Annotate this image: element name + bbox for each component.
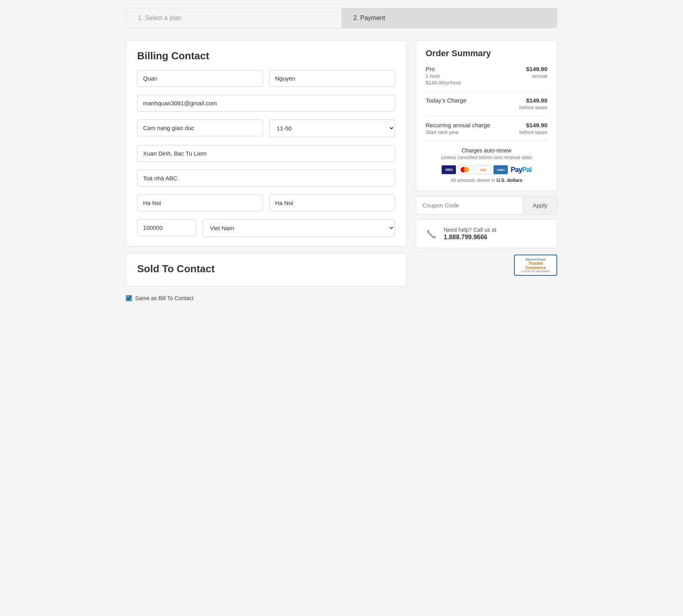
divider-1	[426, 91, 547, 92]
mc-circles	[461, 166, 472, 173]
help-info: Need help? Call us at 1.888.799.9666	[444, 227, 496, 241]
address2-field	[137, 170, 395, 187]
recurring-row: Recurring annual charge Start next year …	[426, 122, 547, 135]
email-input[interactable]	[137, 95, 395, 112]
plan-freq: annual	[526, 73, 547, 79]
amounts-note: All amounts shown in U.S. dollars	[426, 178, 547, 183]
secure-badge-line2: Trusted Commerce	[519, 261, 553, 270]
recurring-price-area: $149.90 before taxes	[519, 122, 547, 135]
step-2[interactable]: 2. Payment	[342, 8, 557, 28]
auto-renew-box: Charges auto-renew (unless cancelled bef…	[426, 147, 547, 160]
recurring-label: Recurring annual charge	[426, 122, 490, 128]
step-1-label: 1. Select a plan	[138, 15, 181, 21]
plan-info: Pro 1 host $149.90/yr/host	[426, 66, 461, 86]
step-1[interactable]: 1. Select a plan	[126, 8, 342, 28]
address1-field	[137, 145, 395, 162]
steps-bar: 1. Select a plan 2. Payment	[126, 8, 557, 28]
apply-coupon-button[interactable]: Apply	[523, 196, 557, 214]
phone-icon	[424, 227, 438, 241]
plan-price-right: $149.90 annual	[526, 66, 547, 79]
address1-input[interactable]	[137, 145, 395, 162]
today-charge-label: Today's Charge	[426, 97, 466, 104]
amounts-note-currency: U.S. dollars	[496, 178, 522, 183]
help-card: Need help? Call us at 1.888.799.9666	[416, 219, 557, 248]
mastercard-icon	[459, 165, 474, 174]
last-name-input[interactable]	[269, 70, 395, 87]
secure-badge-line1: SecureTrust	[519, 258, 553, 261]
billing-contact-section: Billing Contact	[126, 40, 406, 247]
divider-3	[426, 141, 547, 141]
same-as-bill-checkbox[interactable]	[126, 295, 132, 301]
paypal-logo: PayPal	[510, 166, 531, 174]
company-size-field: 11-50 1-10 51-200 201-500 500+	[269, 119, 395, 137]
mc-orange-circle	[464, 167, 469, 172]
address2-row	[137, 170, 395, 187]
recurring-label-area: Recurring annual charge Start next year	[426, 122, 490, 135]
plan-rate: $149.90/yr/host	[426, 80, 461, 86]
address1-row	[137, 145, 395, 162]
state-input[interactable]	[269, 194, 395, 211]
postal-field	[137, 219, 196, 237]
address2-input[interactable]	[137, 170, 395, 187]
amounts-note-pre: All amounts shown in	[451, 178, 497, 183]
today-charge-row: Today's Charge $149.90 before taxes	[426, 97, 547, 110]
first-name-field	[137, 70, 263, 87]
secure-badge-area: SecureTrust Trusted Commerce CLICK TO VA…	[416, 255, 557, 276]
email-field	[137, 95, 395, 112]
help-text: Need help? Call us at	[444, 227, 496, 233]
coupon-input[interactable]	[416, 196, 523, 214]
left-column: Billing Contact	[126, 40, 406, 301]
secure-trust-badge[interactable]: SecureTrust Trusted Commerce CLICK TO VA…	[514, 255, 557, 276]
recurring-price: $149.90	[519, 122, 547, 128]
sold-to-section: Sold To Contact	[126, 253, 406, 286]
main-layout: Billing Contact	[126, 40, 557, 301]
same-as-bill-row: Same as Bill To Contact	[126, 295, 406, 301]
company-field	[137, 119, 263, 137]
paypal-pal: Pal	[522, 166, 532, 174]
recurring-note: before taxes	[519, 129, 547, 135]
amex-icon: AMEX	[493, 165, 508, 174]
last-name-field	[269, 70, 395, 87]
email-row	[137, 95, 395, 112]
paypal-pay: Pay	[510, 166, 522, 174]
auto-renew-sub: (unless cancelled before next renewal da…	[426, 155, 547, 160]
company-row: 11-50 1-10 51-200 201-500 500+	[137, 119, 395, 137]
state-field	[269, 194, 395, 211]
trusted-text: Trusted	[529, 261, 543, 266]
order-summary-title: Order Summary	[426, 48, 547, 59]
visa-icon: VISA	[441, 165, 456, 174]
recurring-sub: Start next year	[426, 129, 490, 135]
help-phone: 1.888.799.9666	[444, 234, 496, 241]
company-input[interactable]	[137, 119, 263, 136]
sold-to-title: Sold To Contact	[137, 263, 395, 275]
payment-icons: VISA DISC AMEX PayPal	[426, 165, 547, 174]
order-summary-card: Order Summary Pro 1 host $149.90/yr/host…	[416, 40, 557, 191]
plan-row: Pro 1 host $149.90/yr/host $149.90 annua…	[426, 66, 547, 86]
first-name-input[interactable]	[137, 70, 263, 87]
plan-price: $149.90	[526, 66, 547, 72]
right-column: Order Summary Pro 1 host $149.90/yr/host…	[416, 40, 557, 276]
today-charge-note: before taxes	[519, 104, 547, 110]
today-charge-price-area: $149.90 before taxes	[519, 97, 547, 110]
commerce-text: Commerce	[525, 266, 546, 270]
city-input[interactable]	[137, 194, 263, 211]
company-size-select[interactable]: 11-50 1-10 51-200 201-500 500+	[269, 119, 395, 137]
country-field: Viet Nam United States Other	[202, 219, 395, 237]
coupon-card: Apply	[416, 196, 557, 214]
city-state-row	[137, 194, 395, 211]
same-as-bill-label: Same as Bill To Contact	[135, 295, 193, 301]
divider-2	[426, 116, 547, 116]
discover-icon: DISC	[476, 165, 491, 174]
plan-name: Pro	[426, 66, 461, 72]
city-field	[137, 194, 263, 211]
country-select[interactable]: Viet Nam United States Other	[202, 219, 395, 237]
postal-input[interactable]	[137, 219, 196, 236]
postal-country-row: Viet Nam United States Other	[137, 219, 395, 237]
secure-badge-line3: CLICK TO VALIDATE	[519, 270, 553, 273]
auto-renew-title: Charges auto-renew	[426, 147, 547, 154]
plan-hosts: 1 host	[426, 73, 461, 79]
today-charge-price: $149.90	[519, 97, 547, 104]
step-2-label: 2. Payment	[353, 15, 385, 21]
today-charge-label-area: Today's Charge	[426, 97, 466, 104]
billing-title: Billing Contact	[137, 50, 395, 62]
